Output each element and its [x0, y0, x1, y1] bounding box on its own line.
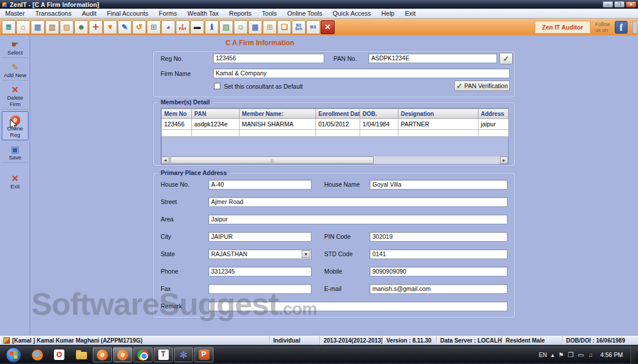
bs-icon[interactable]: BS	[306, 20, 320, 34]
doc-user-icon[interactable]: ❏	[277, 20, 291, 34]
save-button[interactable]: ▣ Save	[2, 142, 28, 163]
powerpoint-icon[interactable]: P	[194, 347, 213, 362]
bar-chart-icon[interactable]: ▥	[45, 20, 59, 34]
backup-tray-icon[interactable]: ❒	[568, 351, 574, 359]
info-icon[interactable]: ℹ	[205, 20, 219, 34]
pan-no-field[interactable]: ASDPK1234E	[368, 53, 497, 63]
menu-reports[interactable]: Reports	[224, 9, 257, 18]
menu-wealth-tax[interactable]: Wealth Tax	[182, 9, 224, 18]
menu-help[interactable]: Help	[376, 9, 400, 18]
bs-sch-icon[interactable]: BS Sch	[292, 20, 306, 34]
default-consultant-checkbox[interactable]	[214, 83, 220, 89]
calculator-icon[interactable]: ⊞	[147, 20, 161, 34]
calendar-icon[interactable]: ▦	[248, 20, 262, 34]
col-address[interactable]: Address	[478, 109, 509, 119]
pie-chart-icon[interactable]: ◕	[161, 20, 175, 34]
volume-icon[interactable]: ♫	[588, 351, 593, 358]
mobile-field[interactable]: 9090909090	[369, 267, 507, 276]
report-icon[interactable]: ▤	[219, 20, 233, 34]
firm-name-field[interactable]: Kamal & Company	[213, 68, 510, 78]
text-editor-icon[interactable]: T	[154, 347, 173, 362]
menu-exit[interactable]: Exit	[400, 9, 420, 18]
opera-icon[interactable]: O	[52, 347, 67, 362]
package-icon[interactable]: ▧	[60, 20, 74, 34]
delete-firm-button[interactable]: ✕ Delete Firm	[2, 82, 28, 110]
close-button[interactable]: ✕	[626, 1, 636, 8]
undo-icon[interactable]: ↺	[132, 20, 146, 34]
chrome-icon[interactable]	[133, 347, 153, 362]
clock[interactable]: 4:56 PM	[597, 351, 626, 358]
save-label: Save	[9, 154, 21, 161]
member-row[interactable]: 123456 asdpk1234e MANISH SHARMA 01/05/20…	[162, 119, 509, 130]
phone-field[interactable]: 3312345	[208, 267, 311, 276]
facebook-icon[interactable]: f	[615, 21, 628, 34]
settings-app-icon[interactable]: ✻	[174, 347, 193, 362]
col-mem-no[interactable]: Mem No	[162, 109, 192, 119]
menu-quick-access[interactable]: Quick Access	[328, 9, 376, 18]
city-field[interactable]: JAIPUR	[208, 232, 311, 242]
language-indicator[interactable]: EN	[539, 352, 547, 358]
col-member-name[interactable]: Member Name:	[240, 109, 316, 119]
show-desktop-button[interactable]	[630, 345, 636, 364]
pin-icon[interactable]: ✛	[89, 20, 103, 34]
area-field[interactable]: Jaipur	[208, 214, 507, 224]
people-icon[interactable]: ☻	[74, 20, 88, 34]
start-button[interactable]	[6, 347, 21, 363]
chevron-down-icon[interactable]: ▼	[302, 250, 310, 258]
windows-logo-icon	[10, 351, 17, 359]
members-group: Member(s) Detail Mem No PAN Member Name:…	[153, 99, 515, 166]
pan-check-button[interactable]: ✓	[499, 53, 513, 64]
pan-verification-button[interactable]: ✓PAN Verification	[454, 81, 510, 91]
stack-icon[interactable]: ≣	[2, 20, 16, 34]
edit-icon[interactable]: ✎	[118, 20, 132, 34]
add-new-button[interactable]: ✎ Add New	[2, 60, 28, 81]
close-tool-icon[interactable]: ✕	[321, 20, 335, 34]
menu-online-tools[interactable]: Online Tools	[282, 9, 327, 18]
filter-icon[interactable]: ▼	[103, 20, 117, 34]
col-enrollment-date[interactable]: Enrollment Date	[316, 109, 360, 119]
menu-audit[interactable]: Audit	[77, 9, 102, 18]
person-doc-icon[interactable]: ☺	[234, 20, 248, 34]
restore-button[interactable]: ❐	[614, 1, 625, 8]
explorer-icon[interactable]	[74, 347, 89, 362]
zen-app-icon-1[interactable]: e	[93, 347, 112, 362]
address-legend: Primary Place Address	[158, 169, 229, 176]
col-dob[interactable]: DOB.	[360, 109, 398, 119]
home-icon[interactable]: ⌂	[16, 20, 30, 34]
title-bar: ZenIT - [C A Firm Information] — ❐ ✕	[0, 0, 638, 9]
member-row-empty[interactable]	[162, 130, 509, 137]
tray-expand-icon[interactable]: ▴	[551, 351, 554, 359]
exit-button[interactable]: ✕ Exit	[2, 171, 28, 191]
action-center-icon[interactable]: ⚑	[558, 351, 564, 359]
select-button[interactable]: ☛ Select	[2, 37, 28, 58]
epay-icon[interactable]: e PAY	[176, 20, 190, 34]
email-field[interactable]: manish.s@gmail.com	[369, 284, 507, 294]
minimize-button[interactable]: —	[603, 1, 613, 8]
reg-no-field[interactable]: 123456	[213, 53, 324, 63]
book-icon[interactable]: ▬	[190, 20, 204, 34]
new-folder-icon[interactable]: ⊞	[263, 20, 277, 34]
menu-forms[interactable]: Forms	[154, 9, 182, 18]
social-icon-partial[interactable]	[632, 21, 637, 34]
status-assessment-year: 2013-2014(2012-2013)	[320, 336, 383, 345]
menu-master[interactable]: Master	[0, 9, 30, 18]
menu-transactions[interactable]: Transactions	[30, 9, 77, 18]
house-no-field[interactable]: A-40	[208, 180, 311, 190]
col-pan[interactable]: PAN	[192, 109, 240, 119]
state-dropdown[interactable]: RAJASTHAN ▼	[208, 249, 311, 259]
scroll-right-arrow[interactable]: ►	[500, 156, 508, 164]
building-icon[interactable]: ▦	[31, 20, 45, 34]
menu-final-accounts[interactable]: Final Accounts	[102, 9, 154, 18]
scroll-thumb[interactable]	[171, 156, 374, 164]
scroll-left-arrow[interactable]: ◄	[161, 156, 169, 164]
members-hscrollbar[interactable]: ◄ ►	[161, 156, 508, 164]
network-icon[interactable]: ▭	[578, 351, 583, 359]
street-field[interactable]: Ajmer Road	[208, 197, 507, 207]
firefox-icon[interactable]	[30, 347, 45, 362]
pin-code-field[interactable]: 302019	[369, 232, 507, 242]
zen-app-icon-2[interactable]: e	[113, 347, 132, 362]
menu-tools[interactable]: Tools	[257, 9, 282, 18]
col-designation[interactable]: Designation	[398, 109, 478, 119]
house-name-field[interactable]: Goyal Villa	[369, 180, 507, 190]
std-code-field[interactable]: 0141	[369, 249, 507, 259]
